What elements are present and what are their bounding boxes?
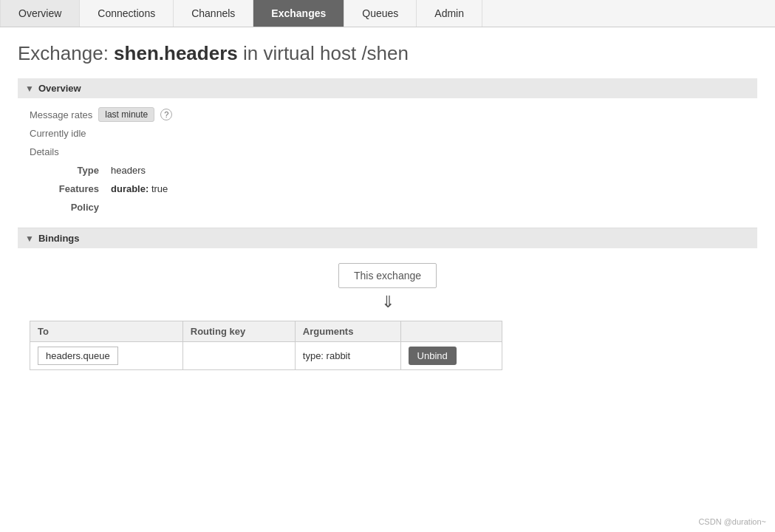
overview-arrow-icon: ▼ bbox=[25, 83, 34, 94]
durable-value: true bbox=[151, 183, 168, 194]
tab-exchanges[interactable]: Exchanges bbox=[253, 0, 344, 27]
page-content: Exchange: shen.headers in virtual host /… bbox=[0, 27, 775, 397]
bindings-header-label: Bindings bbox=[38, 233, 80, 244]
down-arrow-icon: ⇓ bbox=[30, 293, 745, 312]
features-row: Features durable: true bbox=[44, 182, 745, 194]
tab-overview[interactable]: Overview bbox=[0, 0, 80, 27]
cell-routing-key bbox=[182, 342, 295, 370]
type-row: Type headers bbox=[44, 163, 745, 176]
table-row: headers.queue type: rabbit Unbind bbox=[30, 342, 502, 370]
features-value: durable: true bbox=[111, 182, 168, 194]
page-title: Exchange: shen.headers in virtual host /… bbox=[18, 42, 757, 65]
bindings-arrow-icon: ▼ bbox=[25, 233, 34, 244]
help-icon[interactable]: ? bbox=[160, 109, 172, 120]
title-prefix: Exchange: bbox=[18, 42, 109, 64]
tab-queues[interactable]: Queues bbox=[344, 0, 417, 27]
message-rates-row: Message rates last minute ? bbox=[30, 107, 745, 122]
watermark: CSDN @duration~ bbox=[698, 517, 766, 526]
durable-label: durable: bbox=[111, 183, 148, 194]
exchange-name: shen.headers bbox=[114, 42, 238, 64]
overview-section-header: ▼ Overview bbox=[18, 78, 757, 98]
overview-section-body: Message rates last minute ? Currently id… bbox=[18, 98, 757, 228]
tab-connections[interactable]: Connections bbox=[80, 0, 174, 27]
tab-admin[interactable]: Admin bbox=[417, 0, 482, 27]
exchange-box-container: This exchange bbox=[30, 263, 745, 288]
bindings-section-header: ▼ Bindings bbox=[18, 228, 757, 248]
col-arguments: Arguments bbox=[295, 321, 400, 342]
col-to: To bbox=[30, 321, 183, 342]
features-key: Features bbox=[44, 182, 111, 194]
unbind-button[interactable]: Unbind bbox=[409, 347, 457, 365]
title-suffix: in virtual host /shen bbox=[243, 42, 409, 64]
last-minute-badge[interactable]: last minute bbox=[98, 107, 154, 122]
bindings-table: To Routing key Arguments headers.queue t… bbox=[30, 321, 502, 370]
cell-unbind: Unbind bbox=[400, 342, 502, 370]
type-value: headers bbox=[111, 163, 146, 176]
details-table: Type headers Features durable: true Poli… bbox=[44, 163, 745, 213]
queue-name-box: headers.queue bbox=[38, 347, 118, 365]
overview-header-label: Overview bbox=[38, 83, 81, 94]
cell-arguments: type: rabbit bbox=[295, 342, 400, 370]
col-routing-key: Routing key bbox=[182, 321, 295, 342]
table-header-row: To Routing key Arguments bbox=[30, 321, 502, 342]
type-key: Type bbox=[44, 163, 111, 176]
bindings-section-body: This exchange ⇓ To Routing key Arguments… bbox=[18, 248, 757, 382]
nav-tabs: Overview Connections Channels Exchanges … bbox=[0, 0, 775, 27]
tab-channels[interactable]: Channels bbox=[174, 0, 253, 27]
message-rates-label: Message rates bbox=[30, 109, 92, 120]
policy-key: Policy bbox=[44, 200, 111, 213]
details-label: Details bbox=[30, 146, 745, 157]
policy-row: Policy bbox=[44, 200, 745, 213]
this-exchange-box: This exchange bbox=[338, 263, 437, 288]
currently-idle-text: Currently idle bbox=[30, 128, 745, 139]
col-actions bbox=[400, 321, 502, 342]
cell-to: headers.queue bbox=[30, 342, 183, 370]
